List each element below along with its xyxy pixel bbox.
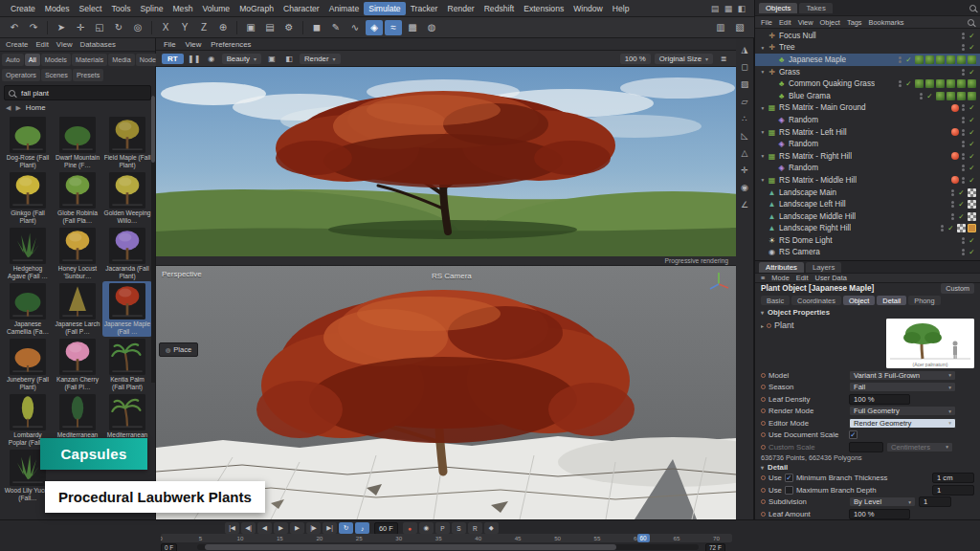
menu-redshift[interactable]: Redshift [479,2,520,15]
menu-animate[interactable]: Animate [324,2,365,15]
asset-item-japanese-larch[interactable]: Japanese Larch (Fall P… [53,281,102,337]
object-row-tree[interactable]: ▾✛Tree✓ [755,42,980,55]
enable-axis-icon[interactable]: ✛ [738,164,752,177]
field-icon[interactable]: ◍ [423,20,440,35]
tab-materials[interactable]: Materials [72,54,107,66]
enabled-check-icon[interactable]: ✓ [957,188,966,197]
axis-x-toggle[interactable]: X [157,20,174,35]
search-icon[interactable] [969,5,976,11]
enabled-check-icon[interactable]: ✓ [968,103,976,112]
keyframe-dot[interactable] [767,323,771,328]
panel-tab-objects[interactable]: Objects [759,3,797,13]
primitive-cube-icon[interactable]: ◼ [308,20,325,35]
minimum-branch-thickness-checkbox[interactable]: ✓ [785,474,793,482]
tab-all[interactable]: All [25,54,40,66]
undo-icon[interactable]: ↶ [6,20,23,35]
material-swatch[interactable] [968,212,976,221]
plant-parameter-label[interactable]: ▸ Plant [761,319,849,330]
enabled-check-icon[interactable]: ✓ [968,248,976,256]
panel-tab-takes[interactable]: Takes [799,3,832,13]
om-menu-view[interactable]: View [798,18,813,27]
asset-menu-create[interactable]: Create [6,40,28,49]
model-dropdown[interactable]: Variant 3 Full-Grown▾ [849,370,956,381]
render-view-menu-icon[interactable]: ≣ [717,53,730,65]
key-rotation-toggle[interactable]: R [468,522,482,534]
om-menu-file[interactable]: File [761,18,772,27]
render-menu-preferences[interactable]: Preferences [211,40,251,49]
render-mode-dropdown[interactable]: Full Geometry▾ [849,406,956,416]
material-swatch[interactable] [936,79,945,88]
material-swatch[interactable] [968,200,976,209]
edges-mode-icon[interactable]: ◺ [738,129,752,143]
camera-lock-icon[interactable]: ◉ [205,53,218,65]
texture-mode-icon[interactable]: ▨ [738,77,752,91]
enabled-check-icon[interactable]: ✓ [968,140,976,148]
visibility-dots[interactable] [951,189,954,196]
render-picture-viewer-icon[interactable]: ▤ [261,20,278,35]
render-settings-icon[interactable]: ⚙ [280,20,298,35]
object-row-landscape-left-hill[interactable]: ▲Landscape Left Hill✓ [755,198,980,210]
expand-arrow-icon[interactable]: ▾ [759,177,767,183]
material-swatch[interactable] [915,79,924,88]
volume-icon[interactable]: ▩ [404,20,421,35]
layout-split-icon[interactable]: ▦ [722,3,735,14]
object-row-rs-dome-light[interactable]: ☀RS Dome Light✓ [755,234,980,247]
material-swatch[interactable] [915,55,924,64]
asset-item-ginkgo[interactable]: Ginkgo (Fall Plant) [3,170,53,226]
asset-item-juneberry[interactable]: Juneberry (Fall Plant) [3,337,53,392]
visibility-dots[interactable] [962,141,965,147]
key-position-toggle[interactable]: P [435,522,450,534]
loop-toggle[interactable]: ↻ [339,522,353,534]
sound-toggle[interactable]: ♪ [355,522,369,534]
layout-full-icon[interactable]: ◧ [735,3,748,14]
place-tool-tab[interactable]: ◎ Place [159,342,198,357]
visibility-dots[interactable] [899,56,902,63]
next-frame-button[interactable]: ▶ [290,522,304,534]
menu-spline[interactable]: Spline [136,2,168,15]
menu-render[interactable]: Render [442,2,479,15]
render-mode-dropdown[interactable]: Render▾ [300,54,341,64]
pause-icon[interactable]: ❚❚ [188,53,201,65]
axis-z-toggle[interactable]: Z [195,20,212,35]
scale-unit-dropdown[interactable]: Centimeters▾ [886,442,953,452]
tab-media[interactable]: Media [108,54,135,66]
material-swatch[interactable] [947,55,955,64]
attr-menu-edit[interactable]: Edit [796,274,809,282]
section-tab-phong[interactable]: Phong [908,296,940,305]
om-menu-bookmarks[interactable]: Bookmarks [869,18,904,27]
tab-presets[interactable]: Presets [73,69,103,81]
menu-help[interactable]: Help [608,2,635,15]
play-button[interactable]: ▶ [274,522,288,534]
render-view-icon[interactable]: ▣ [242,20,259,35]
menu-extensions[interactable]: Extensions [519,2,568,15]
asset-item-kentia-palm[interactable]: Kentia Palm (Fall Plant) [102,337,152,392]
material-swatch[interactable] [925,55,934,64]
visibility-dots[interactable] [962,117,965,123]
last-tool-icon[interactable]: ◎ [129,20,146,35]
keyframe-dot[interactable] [761,421,766,426]
object-row-common-quaking-grass[interactable]: ♣Common Quaking Grass✓ [755,77,980,90]
om-menu-object[interactable]: Object [820,18,840,27]
prev-key-button[interactable]: ◀| [241,522,256,534]
section-tab-coordinates[interactable]: Coordinates [791,296,841,305]
material-swatch[interactable] [936,92,945,100]
material-swatch[interactable] [957,55,966,64]
enabled-check-icon[interactable]: ✓ [957,200,966,209]
current-frame-marker[interactable]: 60 [637,534,650,542]
autokey-toggle[interactable]: ◉ [419,522,434,534]
asset-search-field[interactable] [4,85,151,100]
visibility-dots[interactable] [962,33,965,39]
region-render-icon[interactable]: ▣ [265,53,278,65]
viewport-camera-label[interactable]: RS Camera [432,272,472,280]
redo-icon[interactable]: ↷ [25,20,42,35]
timeline-scrollbar[interactable] [197,544,699,550]
custom-scale-input[interactable] [849,442,883,452]
visibility-dots[interactable] [962,249,965,255]
leaf-amount-input[interactable]: 100 % [849,509,910,519]
render-menu-view[interactable]: View [186,40,202,49]
interface-layout-icon[interactable]: ▧ [731,20,748,35]
menu-tools[interactable]: Tools [106,2,135,15]
asset-item-hedgehog-agave[interactable]: Hedgehog Agave (Fall … [3,226,53,281]
material-swatch[interactable] [925,79,934,88]
material-swatch[interactable] [968,188,976,197]
